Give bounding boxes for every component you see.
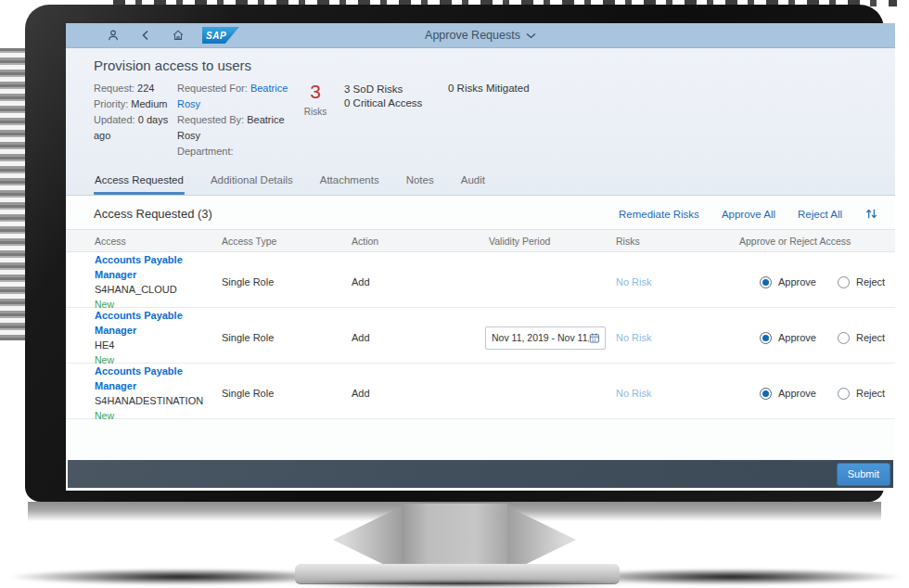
system-name: S4HANADESTINATION	[95, 393, 222, 408]
access-type-value: Single Role	[222, 332, 352, 343]
monitor-mockup-stage: SAP Approve Requests Provision access to…	[0, 0, 909, 588]
table-header-row: Access Access Type Action Validity Perio…	[66, 229, 895, 252]
decision-group: Approve Reject	[739, 276, 895, 288]
risk-link[interactable]: No Risk	[616, 332, 739, 343]
approve-radio[interactable]	[760, 276, 772, 288]
risk-link[interactable]: No Risk	[616, 276, 739, 288]
page-header: Provision access to users Request: 224 P…	[66, 48, 895, 196]
approve-radio[interactable]	[760, 332, 772, 344]
system-name: HE4	[95, 338, 222, 352]
validity-period-value[interactable]	[492, 332, 589, 343]
sap-logo[interactable]: SAP	[202, 27, 239, 44]
table-title: Access Requested (3)	[94, 207, 212, 221]
risks-mitigated-text: 0 Risks Mitigated	[448, 81, 530, 94]
access-type-value: Single Role	[222, 388, 352, 399]
page-title: Provision access to users	[94, 58, 867, 73]
action-value: Add	[352, 388, 489, 399]
submit-button[interactable]: Submit	[837, 463, 890, 486]
critical-access-text: 0 Critical Access	[344, 96, 448, 110]
col-access: Access	[95, 236, 222, 247]
access-type-value: Single Role	[222, 276, 352, 288]
role-link[interactable]: Accounts Payable Manager	[95, 252, 222, 282]
reject-radio[interactable]	[838, 276, 850, 288]
access-requested-panel: Access Requested (3) Remediate Risks App…	[66, 196, 895, 460]
tab-access-requested[interactable]: Access Requested	[94, 171, 185, 195]
role-link[interactable]: Accounts Payable Manager	[95, 364, 222, 393]
ground-shadow-left	[9, 567, 320, 585]
request-number: 224	[137, 83, 154, 94]
table-toolbar: Access Requested (3) Remediate Risks App…	[66, 196, 895, 229]
validity-period-input[interactable]	[485, 326, 606, 350]
col-risks: Risks	[616, 236, 739, 247]
table-row: Accounts Payable Manager S4HANADESTINATI…	[66, 364, 895, 419]
reject-radio[interactable]	[838, 388, 850, 400]
system-name: S4HANA_CLOUD	[95, 282, 222, 297]
calendar-icon[interactable]	[589, 332, 600, 344]
tab-additional-details[interactable]: Additional Details	[210, 171, 294, 195]
footer-toolbar: Submit	[68, 460, 893, 488]
sod-risks-text: 3 SoD Risks	[344, 83, 448, 96]
home-icon[interactable]	[170, 27, 186, 44]
risks-kpi-value: 3	[298, 81, 333, 103]
action-value: Add	[352, 276, 489, 288]
chevron-down-icon	[526, 32, 536, 39]
user-icon[interactable]	[105, 27, 122, 44]
approve-radio[interactable]	[760, 388, 772, 400]
decision-group: Approve Reject	[739, 332, 895, 344]
remediate-risks-button[interactable]: Remediate Risks	[619, 209, 699, 220]
validity-cell	[489, 326, 616, 350]
reject-all-button[interactable]: Reject All	[798, 209, 842, 220]
tab-attachments[interactable]: Attachments	[319, 171, 380, 195]
priority-value: Medium	[131, 98, 167, 109]
app-title-label: Approve Requests	[425, 29, 520, 42]
request-info-left: Request: 224 Priority: Medium Updated: 0…	[94, 81, 177, 144]
tab-bar: Access Requested Additional Details Atta…	[94, 171, 867, 195]
col-validity-period: Validity Period	[489, 236, 616, 247]
col-access-type: Access Type	[222, 236, 352, 247]
request-info-mid: Requested For: Beatrice Rosy Requested B…	[177, 81, 298, 160]
risks-kpi-label: Risks	[298, 107, 333, 117]
background-left-stripes	[0, 48, 25, 340]
approve-all-button[interactable]: Approve All	[722, 209, 775, 220]
risks-kpi[interactable]: 3 Risks	[298, 81, 333, 117]
sap-logo-text: SAP	[202, 31, 226, 41]
reject-radio[interactable]	[838, 332, 850, 344]
risk-link[interactable]: No Risk	[616, 388, 739, 399]
decision-group: Approve Reject	[739, 388, 895, 400]
col-action: Action	[352, 236, 489, 247]
table-row: Accounts Payable Manager HE4 New Single …	[66, 308, 895, 364]
table-row: Accounts Payable Manager S4HANA_CLOUD Ne…	[66, 252, 895, 308]
status-badge: New	[95, 408, 222, 423]
tab-notes[interactable]: Notes	[405, 171, 435, 195]
back-icon[interactable]	[137, 27, 154, 44]
col-approve-reject: Approve or Reject Access	[739, 236, 895, 247]
role-link[interactable]: Accounts Payable Manager	[95, 308, 222, 338]
monitor-stand-neck	[402, 504, 507, 569]
screen: SAP Approve Requests Provision access to…	[66, 23, 895, 491]
tab-audit[interactable]: Audit	[460, 171, 486, 195]
shell-bar: SAP Approve Requests	[66, 23, 895, 48]
ground-shadow-center	[278, 581, 640, 587]
risk-summary: 3 SoD Risks 0 Critical Access	[344, 81, 448, 110]
monitor-bezel: SAP Approve Requests Provision access to…	[25, 5, 884, 502]
action-value: Add	[352, 332, 489, 343]
sort-icon[interactable]	[864, 207, 878, 221]
